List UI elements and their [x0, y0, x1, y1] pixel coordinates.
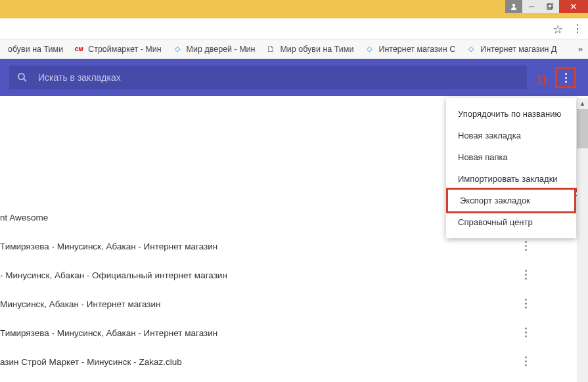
list-item[interactable]: азин Дилижанс-Авто - Абакан - Zakaz.club [0, 376, 576, 382]
svg-rect-1 [547, 5, 552, 9]
scroll-up-arrow[interactable]: ▲ [577, 98, 588, 109]
search-input[interactable] [38, 72, 519, 83]
svg-rect-2 [548, 3, 553, 8]
menu-new-bookmark[interactable]: Новая закладка [446, 125, 576, 146]
bookmark-label: Мир дверей - Мин [187, 45, 256, 54]
list-item[interactable]: Тимирязева - Минусинск, Абакан - Интерне… [0, 318, 576, 347]
item-menu-icon[interactable] [525, 356, 527, 366]
item-menu-icon[interactable] [525, 270, 527, 280]
svg-point-3 [18, 74, 24, 79]
bookmark-bar-item[interactable]: ◇ Интернет магазин Д [461, 43, 562, 56]
bookmark-label: Интернет магазин С [378, 45, 455, 54]
bookmark-title: Тимирязева - Минусинск, Абакан - Интерне… [0, 242, 217, 251]
maximize-button[interactable] [541, 0, 559, 13]
bookmark-label: Мир обуви на Тими [280, 45, 353, 54]
bookmark-title: Минусинск, Абакан - Интернет магазин [0, 299, 160, 309]
svg-line-4 [24, 79, 26, 81]
list-item[interactable]: азин Строй Маркет - Минусинск - Zakaz.cl… [0, 347, 576, 376]
user-profile-button[interactable] [505, 0, 522, 13]
scroll-thumb[interactable] [577, 109, 588, 148]
item-menu-icon[interactable] [525, 299, 527, 308]
browser-menu-icon[interactable]: ⋮ [572, 22, 583, 35]
vertical-scrollbar[interactable]: ▲ [577, 98, 588, 382]
more-options-icon [565, 73, 567, 83]
menu-export-bookmarks[interactable]: Экспорт закладок [446, 188, 576, 213]
bookmark-label: Строймаркет - Мин [88, 45, 161, 54]
svg-point-0 [512, 4, 515, 7]
close-button[interactable]: ✕ [559, 0, 588, 13]
search-icon [17, 72, 28, 83]
minimize-button[interactable]: ─ [522, 0, 541, 13]
window-controls: ─ ✕ [505, 0, 588, 13]
menu-new-folder[interactable]: Новая папка [446, 146, 576, 168]
address-bar-area: ☆ ⋮ [0, 18, 588, 39]
bookmark-title: - Минусинск, Абакан - Официальный интерн… [0, 270, 227, 280]
list-item[interactable]: Минусинск, Абакан - Интернет магазин [0, 289, 576, 318]
menu-import-bookmarks[interactable]: Импортировать закладки [446, 168, 576, 190]
site-icon: ◇ [172, 44, 183, 54]
bookmark-bar-item[interactable]: ◇ Мир дверей - Мин [167, 43, 261, 56]
bookmark-title: nt Awesome [0, 213, 48, 223]
annotation-1: 1). [536, 74, 550, 87]
bookmarks-overflow-icon[interactable]: » [578, 44, 583, 54]
search-box[interactable] [9, 66, 527, 89]
bookmark-bar-item[interactable]: 🗋 Мир обуви на Тими [260, 43, 359, 56]
list-item[interactable]: - Минусинск, Абакан - Официальный интерн… [0, 261, 576, 289]
item-menu-icon[interactable] [525, 241, 527, 251]
star-icon[interactable]: ☆ [553, 22, 563, 37]
item-menu-icon[interactable] [525, 328, 527, 337]
menu-sort-by-name[interactable]: Упорядочить по названию [446, 103, 576, 125]
site-icon: см [74, 44, 84, 54]
bookmarks-dropdown-menu: Упорядочить по названию Новая закладка Н… [446, 98, 576, 238]
site-icon: ◇ [364, 44, 374, 54]
bookmark-label: Интернет магазин Д [480, 45, 556, 54]
bookmark-title: Тимирязева - Минусинск, Абакан - Интерне… [0, 328, 217, 338]
bookmark-bar-item[interactable]: ◇ Интернет магазин С [359, 43, 461, 56]
menu-help-center[interactable]: Справочный центр [446, 211, 576, 233]
site-icon: ◇ [466, 44, 476, 54]
window-titlebar: ─ ✕ [0, 0, 588, 18]
bookmark-bar-item[interactable]: обуви на Тими [3, 43, 68, 55]
bookmarks-menu-button[interactable] [555, 67, 576, 88]
bookmark-label: обуви на Тими [8, 45, 63, 54]
bookmarks-search-header [0, 59, 588, 96]
bookmarks-bar: обуви на Тими см Строймаркет - Мин ◇ Мир… [0, 39, 588, 59]
bookmark-title: азин Строй Маркет - Минусинск - Zakaz.cl… [0, 357, 182, 367]
page-icon: 🗋 [265, 44, 276, 54]
bookmark-bar-item[interactable]: см Строймаркет - Мин [68, 43, 166, 56]
